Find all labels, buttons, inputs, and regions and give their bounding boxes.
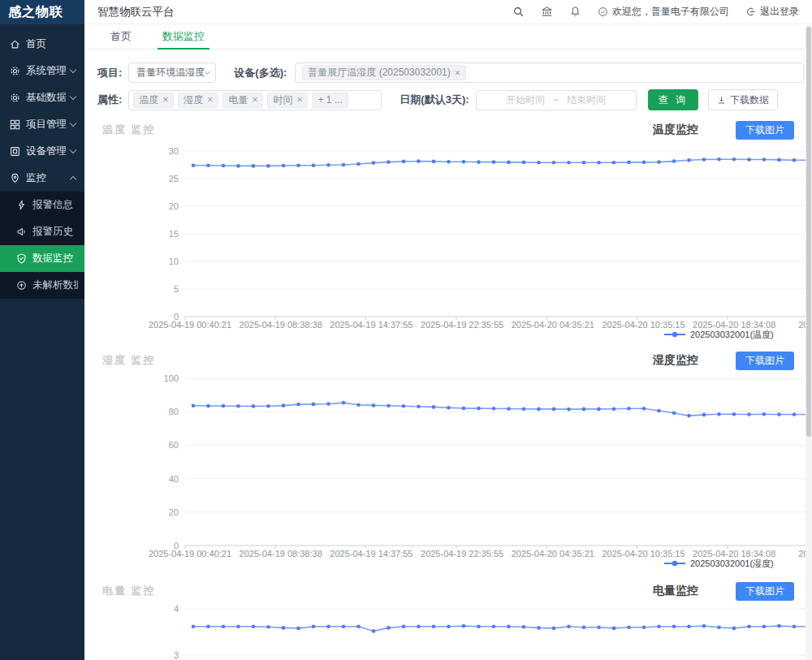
check-circle-icon [598,6,608,17]
temperature-download-image-button[interactable]: 下载图片 [736,121,794,140]
tag-close-icon[interactable]: × [252,95,257,105]
tab-label: 数据监控 [162,29,205,44]
sidebar-subitem-label: 数据监控 [32,252,78,265]
tab-home[interactable]: 首页 [110,24,132,49]
svg-text:20: 20 [169,507,179,517]
sidebar-subitem-alarm-info[interactable]: 报警信息 [0,192,84,218]
humidity-chart: 0204060801002025-04-19 00:40:212025-04-1… [102,372,812,568]
download-data-button[interactable]: 下载数据 [708,89,778,110]
svg-text:2025-04-19 00:40:21: 2025-04-19 00:40:21 [149,320,231,330]
project-select[interactable]: 普量环境温湿度 [128,63,216,83]
query-button[interactable]: 查 询 [648,89,698,110]
attribute-tag: 温度× [133,93,174,108]
svg-text:20: 20 [169,201,179,211]
scrollbar-thumb[interactable] [806,27,811,437]
organization-icon[interactable] [541,6,553,18]
download-data-label: 下载数据 [730,93,769,107]
device-tag-label: 普量展厅温湿度 (202503032001) [308,66,450,80]
tag-close-icon[interactable]: × [455,68,460,78]
svg-text:2025-04-19 22:35:55: 2025-04-19 22:35:55 [421,320,503,330]
logout-icon [745,6,756,17]
sidebar-item-system[interactable]: 系统管理 [0,58,84,84]
temperature-chart-header: 温度 监控温度监控下载图片 [97,120,804,140]
sidebar-item-label: 系统管理 [26,64,71,78]
battery-download-image-button[interactable]: 下载图片 [736,582,794,601]
chevron-down-icon [70,67,76,73]
svg-text:2025-04-20 18:34:08: 2025-04-20 18:34:08 [693,549,775,559]
sidebar-item-device[interactable]: 设备管理 [0,138,84,165]
tag-close-icon[interactable]: × [296,95,302,105]
humidity-download-image-button[interactable]: 下载图片 [736,352,794,370]
bell-icon[interactable] [569,6,581,18]
humidity-chart-header: 湿度 监控湿度监控下载图片 [97,351,804,370]
tab-data-monitor[interactable]: 数据监控 [162,24,205,49]
search-icon[interactable] [512,6,525,18]
svg-text:2025-04-19 14:37:55: 2025-04-19 14:37:55 [330,320,412,330]
battery-chart-header: 电量 监控电量监控下载图片 [97,581,804,601]
svg-text:25: 25 [169,174,179,183]
shield-icon [16,253,27,264]
humidity-legend[interactable]: 202503032001(湿度) [690,559,774,568]
svg-text:2025-04-19 14:37:55: 2025-04-19 14:37:55 [330,549,412,559]
sidebar-subitem-label: 报警信息 [32,198,78,212]
date-label: 日期(默认3天): [400,93,469,107]
svg-text:2025-04-19 00:40:21: 2025-04-19 00:40:21 [149,549,231,559]
filter-row-2: 属性: 温度×湿度×电量×时间×+ 1 ... 日期(默认3天): 开始时间 ~… [97,89,804,110]
svg-text:2025-04-20 04:35:21: 2025-04-20 04:35:21 [512,549,594,559]
sidebar-item-project[interactable]: 项目管理 [0,111,84,138]
tag-close-icon[interactable]: × [162,95,168,105]
tag-close-icon[interactable]: × [207,95,213,105]
attribute-more-tag[interactable]: + 1 ... [312,93,348,108]
device-label: 设备(多选): [234,66,287,80]
sidebar-subitem-alarm-history[interactable]: 报警历史 [0,218,84,245]
attribute-tag-label: 时间 [273,93,292,107]
logout-button[interactable]: 退出登录 [745,5,799,19]
svg-text:2025-04-19 08:38:38: 2025-04-19 08:38:38 [240,549,322,559]
battery-chart: 01234 [102,602,812,660]
svg-text:2025-04-19 22:35:55: 2025-04-19 22:35:55 [421,549,503,559]
temperature-chart-title: 温度监控 [653,123,698,137]
temperature-legend[interactable]: 202503032001(温度) [690,330,774,339]
speaker-icon [16,226,27,237]
sidebar-subitem-data-monitor[interactable]: 数据监控 [0,245,84,272]
humidity-chart-title: 湿度监控 [653,353,698,368]
attribute-tag-label: 湿度 [184,93,203,107]
welcome-user[interactable]: 欢迎您，普量电子有限公司 [598,5,729,19]
sidebar-menu: 首页系统管理基础数据项目管理设备管理监控报警信息报警历史数据监控未解析数据 [0,24,84,299]
chevron-up-icon [70,176,76,183]
device-multiselect[interactable]: 普量展厅温湿度 (202503032001) × [295,63,804,83]
date-start-placeholder: 开始时间 [506,93,545,107]
page-title: 智慧物联云平台 [97,5,175,19]
attribute-label: 属性: [97,93,122,107]
date-end-placeholder: 结束时间 [567,93,606,107]
temperature-panel-label: 温度 监控 [102,123,156,137]
date-separator: ~ [553,94,559,106]
grid-icon [10,119,20,130]
svg-text:60: 60 [169,440,179,450]
humidity-panel-label: 湿度 监控 [102,353,156,368]
device-tag: 普量展厅温湿度 (202503032001) × [302,65,465,80]
svg-text:80: 80 [169,407,179,416]
main-area: 智慧物联云平台 欢迎您，普量电子有限公司 退出登录 [84,0,812,660]
battery-panel-label: 电量 监控 [102,584,156,598]
svg-text:2025-04-20 04:35:21: 2025-04-20 04:35:21 [512,320,594,330]
app-logo: 感之物联 [0,0,84,24]
content: 项目: 普量环境温湿度 设备(多选): 普量展厅温湿度 (20250303200… [84,50,812,660]
top-header: 智慧物联云平台 欢迎您，普量电子有限公司 退出登录 [84,0,812,24]
logout-label: 退出登录 [760,5,799,19]
svg-text:5: 5 [174,284,179,294]
sidebar-item-home[interactable]: 首页 [0,31,84,58]
sidebar-item-basedata[interactable]: 基础数据 [0,84,84,111]
header-actions: 欢迎您，普量电子有限公司 退出登录 [512,5,799,19]
svg-text:40: 40 [169,474,179,484]
svg-text:2025-04-20 10:35:15: 2025-04-20 10:35:15 [602,549,685,559]
sidebar-subitem-unparsed-data[interactable]: 未解析数据 [0,272,84,299]
sidebar-item-monitor[interactable]: 监控 [0,165,84,192]
chevron-down-icon [70,120,76,127]
attribute-tag: 时间× [267,93,308,108]
svg-text:10: 10 [169,257,179,266]
home-icon [10,39,20,50]
date-range-input[interactable]: 开始时间 ~ 结束时间 [476,90,637,110]
attribute-multiselect[interactable]: 温度×湿度×电量×时间×+ 1 ... [128,90,382,110]
attribute-tag-label: 温度 [139,93,158,107]
